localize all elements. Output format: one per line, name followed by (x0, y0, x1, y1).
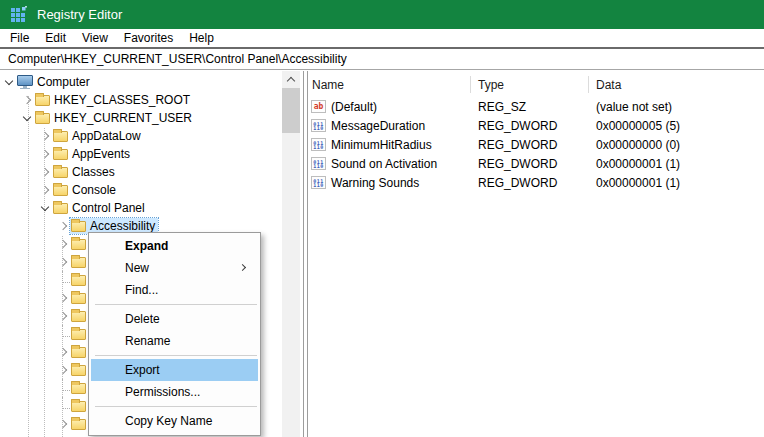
folder-icon (71, 347, 86, 358)
folder-icon (71, 221, 86, 232)
folder-icon (53, 149, 68, 160)
value-data: 0x00000001 (1) (588, 157, 764, 171)
folder-icon (53, 131, 68, 142)
context-menu-item-new[interactable]: New (91, 257, 258, 279)
context-menu-separator (95, 355, 257, 356)
tree-item-classes[interactable]: Classes (0, 163, 303, 181)
chevron-collapsed-icon[interactable] (20, 93, 34, 107)
context-menu: Expand New Find... Delete Rename Export … (88, 232, 261, 436)
folder-icon (71, 383, 86, 394)
title-bar: Registry Editor (0, 0, 764, 29)
scrollbar-up-icon[interactable] (282, 71, 300, 88)
context-menu-item-find[interactable]: Find... (91, 279, 258, 301)
context-menu-separator (95, 406, 257, 407)
registry-editor-icon (10, 6, 27, 23)
computer-icon (17, 75, 33, 90)
folder-icon (71, 293, 86, 304)
context-menu-item-export[interactable]: Export (91, 359, 258, 381)
tree-item-hkey-classes-root[interactable]: HKEY_CLASSES_ROOT (0, 91, 303, 109)
column-header-name[interactable]: Name (308, 78, 470, 92)
column-divider[interactable] (588, 76, 589, 93)
menu-view[interactable]: View (74, 29, 116, 47)
chevron-collapsed-icon[interactable] (38, 147, 52, 161)
value-data: 0x00000001 (1) (588, 176, 764, 190)
value-type: REG_DWORD (470, 157, 588, 171)
chevron-collapsed-icon[interactable] (56, 363, 70, 377)
context-menu-separator (95, 304, 257, 305)
tree-item-computer[interactable]: Computer (0, 73, 303, 91)
value-data: 0x00000000 (0) (588, 138, 764, 152)
list-header: Name Type Data (308, 71, 764, 97)
string-value-icon (311, 100, 326, 113)
dword-value-icon (311, 138, 326, 151)
context-menu-item-permissions[interactable]: Permissions... (91, 381, 258, 403)
tree-scrollbar[interactable] (282, 71, 300, 437)
value-type: REG_DWORD (470, 176, 588, 190)
tree-item-hkey-current-user[interactable]: HKEY_CURRENT_USER (0, 109, 303, 127)
tree-elbow-line (56, 399, 70, 413)
value-type: REG_SZ (470, 100, 588, 114)
folder-icon (71, 365, 86, 376)
scrollbar-thumb[interactable] (282, 88, 300, 133)
tree-item-console[interactable]: Console (0, 181, 303, 199)
value-data: 0x00000005 (5) (588, 119, 764, 133)
dword-value-icon (311, 176, 326, 189)
folder-icon (53, 203, 68, 214)
chevron-collapsed-icon[interactable] (38, 183, 52, 197)
context-menu-item-copy-key-name[interactable]: Copy Key Name (91, 410, 258, 432)
value-row-messageduration[interactable]: MessageDuration REG_DWORD 0x00000005 (5) (308, 116, 764, 135)
menu-help[interactable]: Help (181, 29, 222, 47)
menu-edit[interactable]: Edit (37, 29, 74, 47)
chevron-collapsed-icon[interactable] (38, 129, 52, 143)
tree-elbow-line (56, 381, 70, 395)
context-menu-item-delete[interactable]: Delete (91, 308, 258, 330)
address-bar-path: Computer\HKEY_CURRENT_USER\Control Panel… (8, 52, 347, 66)
chevron-collapsed-icon[interactable] (56, 345, 70, 359)
folder-icon (71, 419, 86, 430)
folder-icon (71, 239, 86, 250)
values-panel: Name Type Data (Default) REG_SZ (value n… (307, 71, 764, 437)
folder-icon (71, 329, 86, 340)
value-type: REG_DWORD (470, 138, 588, 152)
dword-value-icon (311, 119, 326, 132)
address-bar[interactable]: Computer\HKEY_CURRENT_USER\Control Panel… (0, 49, 764, 70)
window-title: Registry Editor (37, 7, 122, 22)
menu-favorites[interactable]: Favorites (116, 29, 181, 47)
chevron-collapsed-icon[interactable] (56, 309, 70, 323)
value-type: REG_DWORD (470, 119, 588, 133)
chevron-collapsed-icon[interactable] (56, 417, 70, 431)
folder-icon (53, 185, 68, 196)
folder-icon (53, 167, 68, 178)
folder-icon (71, 401, 86, 412)
chevron-expanded-icon[interactable] (2, 75, 16, 89)
column-divider[interactable] (470, 76, 471, 93)
value-row-default[interactable]: (Default) REG_SZ (value not set) (308, 97, 764, 116)
chevron-collapsed-icon[interactable] (56, 219, 70, 233)
chevron-collapsed-icon[interactable] (56, 255, 70, 269)
value-row-warning-sounds[interactable]: Warning Sounds REG_DWORD 0x00000001 (1) (308, 173, 764, 192)
folder-icon (71, 275, 86, 286)
value-row-sound-on-activation[interactable]: Sound on Activation REG_DWORD 0x00000001… (308, 154, 764, 173)
registry-editor-window: Registry Editor File Edit View Favorites… (0, 0, 764, 437)
folder-icon (35, 95, 50, 106)
tree-item-appevents[interactable]: AppEvents (0, 145, 303, 163)
dword-value-icon (311, 157, 326, 170)
context-menu-item-rename[interactable]: Rename (91, 330, 258, 352)
tree-elbow-line (56, 327, 70, 341)
tree-item-appdatalow[interactable]: AppDataLow (0, 127, 303, 145)
menu-file[interactable]: File (2, 29, 37, 47)
folder-icon (71, 257, 86, 268)
column-header-data[interactable]: Data (588, 78, 764, 92)
tree-elbow-line (56, 273, 70, 287)
menu-bar: File Edit View Favorites Help (0, 29, 764, 47)
chevron-collapsed-icon[interactable] (56, 291, 70, 305)
chevron-collapsed-icon[interactable] (38, 165, 52, 179)
column-header-type[interactable]: Type (470, 78, 588, 92)
chevron-collapsed-icon[interactable] (56, 237, 70, 251)
tree-item-control-panel[interactable]: Control Panel (0, 199, 303, 217)
value-row-minimumhitradius[interactable]: MinimumHitRadius REG_DWORD 0x00000000 (0… (308, 135, 764, 154)
context-menu-item-expand[interactable]: Expand (91, 235, 258, 257)
submenu-arrow-icon (239, 264, 246, 271)
chevron-expanded-icon[interactable] (20, 111, 34, 125)
chevron-expanded-icon[interactable] (38, 201, 52, 215)
